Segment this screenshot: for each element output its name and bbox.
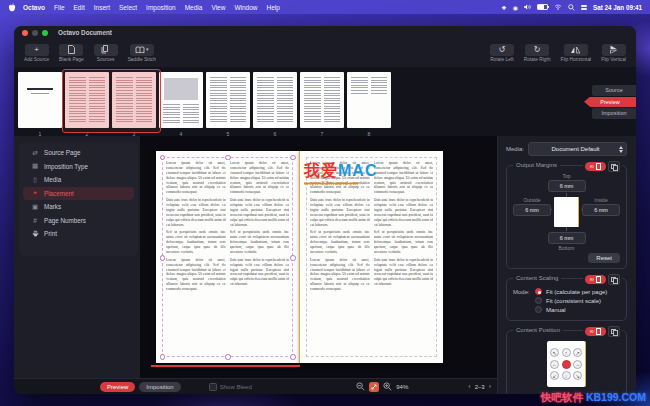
resize-handle[interactable] <box>160 255 166 261</box>
sidebar-item-media[interactable]: ▯ Media <box>23 173 134 187</box>
menu-bar-clock[interactable]: Sat 24 Jan 09:41 <box>593 4 642 11</box>
thumbnail-image[interactable] <box>18 72 62 128</box>
menu-item-imposition[interactable]: Imposition <box>146 4 176 11</box>
thumbnail-page-7[interactable]: 7 <box>300 72 344 137</box>
link-margins-toggle[interactable]: ∞ <box>585 162 606 171</box>
thumbnail-image[interactable] <box>253 72 297 128</box>
rotate-left-button[interactable]: ↺ Rotate Left <box>490 44 514 63</box>
thumbnail-image[interactable] <box>347 72 391 128</box>
zoom-out-button[interactable] <box>356 382 365 391</box>
volume-icon[interactable] <box>524 4 531 10</box>
position-top-right-button[interactable]: ↗ <box>573 348 582 357</box>
position-right-button[interactable]: → <box>573 360 582 369</box>
thumbnail-page-2[interactable]: 2 <box>65 72 109 137</box>
thumbnail-page-5[interactable]: 5 <box>206 72 250 137</box>
search-icon[interactable] <box>568 4 575 11</box>
flip-horizontal-button[interactable]: Flip Horizontal <box>561 44 592 63</box>
reset-margins-button[interactable]: Reset <box>588 253 620 263</box>
position-top-left-button[interactable]: ↖ <box>550 348 559 357</box>
position-bottom-button[interactable]: ↓ <box>562 371 571 380</box>
saddle-stitch-button[interactable]: ▾ Saddle Stitch <box>128 44 156 63</box>
bottom-tab-preview[interactable]: Preview <box>100 382 135 392</box>
battery-icon[interactable] <box>537 4 548 11</box>
sidebar-item-imposition-type[interactable]: ▦ Imposition Type <box>23 160 134 174</box>
wifi-icon[interactable] <box>554 4 562 10</box>
dropbox-icon[interactable]: ❖ <box>501 4 506 11</box>
sidebar-item-page-numbers[interactable]: # Page Numbers <box>23 214 134 228</box>
position-center-button[interactable] <box>562 360 571 369</box>
sidebar-item-placement[interactable]: ⌖ Placement <box>23 187 134 201</box>
radio-fit-per-page[interactable] <box>535 288 542 295</box>
tab-preview[interactable]: Preview <box>584 97 636 108</box>
margin-box-selected[interactable]: Lorem ipsum dolor sit amet, consectetur … <box>162 157 293 357</box>
menu-item-octavo[interactable]: Octavo <box>23 4 45 11</box>
position-bottom-left-button[interactable]: ↙ <box>550 371 559 380</box>
sidebar-item-print[interactable]: Print <box>23 227 134 241</box>
outside-margin-field[interactable]: 6 mm <box>513 204 551 216</box>
tab-source[interactable]: Source <box>592 85 636 96</box>
thumbnail-image[interactable] <box>206 72 250 128</box>
bottom-tab-imposition[interactable]: Imposition <box>139 382 180 392</box>
inside-margin-field[interactable]: 6 mm <box>582 204 620 216</box>
blank-page-button[interactable]: Blank Page <box>59 44 84 63</box>
thumbnail-page-6[interactable]: 6 <box>253 72 297 137</box>
link-scaling-toggle[interactable]: ∞ <box>585 275 606 284</box>
radio-fit-consistent[interactable] <box>535 297 542 304</box>
minimize-window-button[interactable] <box>32 30 38 36</box>
thumbnail-image[interactable] <box>65 72 109 128</box>
position-top-button[interactable]: ↑ <box>562 348 571 357</box>
left-page[interactable]: Lorem ipsum dolor sit amet, consectetur … <box>156 151 299 363</box>
apple-menu-icon[interactable] <box>8 3 16 12</box>
bottom-margin-field[interactable]: 6 mm <box>548 232 586 244</box>
preview-canvas[interactable]: Lorem ipsum dolor sit amet, consectetur … <box>140 136 497 379</box>
menu-item-select[interactable]: Select <box>119 4 137 11</box>
menu-item-help[interactable]: Help <box>267 4 280 11</box>
media-popup[interactable]: Document Default <box>528 142 627 156</box>
link-position-toggle[interactable]: ∞ <box>585 327 606 336</box>
position-bottom-right-button[interactable]: ↘ <box>573 371 582 380</box>
thumbnail-page-3[interactable]: 3 <box>112 72 156 137</box>
thumbnail-page-1[interactable]: 1 <box>18 72 62 137</box>
copy-settings-button[interactable] <box>608 161 620 172</box>
menu-item-file[interactable]: File <box>54 4 64 11</box>
zoom-window-button[interactable] <box>42 30 48 36</box>
top-margin-field[interactable]: 6 mm <box>548 180 586 192</box>
menu-item-insert[interactable]: Insert <box>94 4 110 11</box>
show-bleed-checkbox[interactable] <box>209 383 217 391</box>
resize-handle[interactable] <box>290 354 296 360</box>
sources-button[interactable]: Sources <box>94 44 118 63</box>
next-spread-button[interactable]: › <box>489 383 491 390</box>
radio-manual[interactable] <box>535 306 542 313</box>
zoom-to-fit-button[interactable] <box>369 382 379 392</box>
resize-handle[interactable] <box>225 155 231 161</box>
resize-handle[interactable] <box>160 354 166 360</box>
resize-handle[interactable] <box>290 255 296 261</box>
flip-vertical-button[interactable]: Flip Vertical <box>601 44 626 63</box>
menu-item-edit[interactable]: Edit <box>74 4 85 11</box>
menu-item-view[interactable]: View <box>211 4 225 11</box>
zoom-in-button[interactable] <box>383 382 392 391</box>
thumbnail-image[interactable] <box>159 72 203 128</box>
resize-handle[interactable] <box>290 155 296 161</box>
resize-handle[interactable] <box>160 155 166 161</box>
close-window-button[interactable] <box>22 30 28 36</box>
thumbnail-image[interactable] <box>300 72 344 128</box>
previous-spread-button[interactable]: ‹ <box>468 383 470 390</box>
resize-handle[interactable] <box>225 354 231 360</box>
copy-settings-button[interactable] <box>608 274 620 285</box>
menu-item-media[interactable]: Media <box>185 4 203 11</box>
control-center-icon[interactable] <box>581 5 587 10</box>
thumbnail-page-4[interactable]: 4 <box>159 72 203 137</box>
record-icon[interactable]: ◉ <box>513 4 518 11</box>
add-source-button[interactable]: + Add Source <box>24 44 49 63</box>
sidebar-item-source-page[interactable]: ⇄ Source Page <box>23 146 134 160</box>
menu-item-window[interactable]: Window <box>234 4 257 11</box>
copy-settings-button[interactable] <box>608 326 620 337</box>
position-left-button[interactable]: ← <box>550 360 559 369</box>
grid-icon: ▦ <box>31 162 39 170</box>
tab-imposition[interactable]: Imposition <box>592 108 636 119</box>
rotate-right-button[interactable]: ↻ Rotate Right <box>524 44 551 63</box>
sidebar-item-marks[interactable]: ▣ Marks <box>23 200 134 214</box>
thumbnail-page-8[interactable]: 8 <box>347 72 391 137</box>
thumbnail-image[interactable] <box>112 72 156 128</box>
